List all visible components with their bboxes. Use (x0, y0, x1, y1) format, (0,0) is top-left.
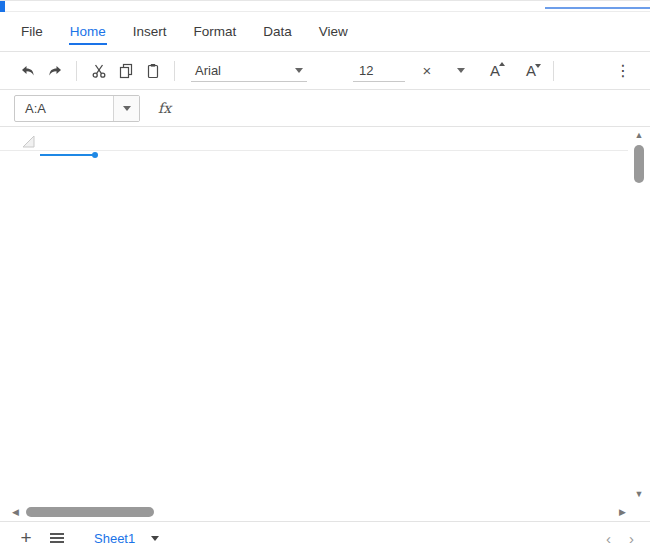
scroll-down-arrow[interactable]: ▼ (635, 490, 644, 499)
toolbar-separator (174, 61, 175, 81)
redo-button[interactable] (41, 58, 68, 84)
corner-accent-mark (0, 1, 5, 12)
select-all-corner[interactable] (20, 133, 35, 148)
horizontal-scrollbar[interactable]: ◀ ▶ (12, 504, 626, 520)
menu-item-data[interactable]: Data (262, 18, 293, 45)
arrow-up-icon (499, 62, 505, 66)
undo-button[interactable] (14, 58, 41, 84)
sheet-tab-label: Sheet1 (94, 531, 135, 546)
sheet-tab-navigation: ‹ › (606, 530, 634, 547)
column-a-selection-line (40, 154, 94, 156)
font-size-dropdown-button[interactable] (449, 59, 473, 83)
cut-button[interactable] (85, 58, 112, 84)
name-box[interactable]: A:A (14, 95, 140, 122)
vertical-scrollbar-thumb[interactable] (634, 145, 644, 183)
horizontal-scrollbar-thumb[interactable] (26, 507, 154, 517)
next-sheet-button[interactable]: › (629, 530, 634, 547)
chevron-down-icon[interactable] (151, 536, 159, 541)
undo-icon (20, 63, 36, 79)
font-size-value: 12 (359, 63, 373, 78)
scroll-left-arrow[interactable]: ◀ (12, 508, 19, 517)
chevron-down-icon (123, 106, 131, 111)
formula-bar: A:A fx (0, 90, 650, 127)
menu-item-insert[interactable]: Insert (132, 18, 168, 45)
decrease-font-size-button[interactable]: A (517, 58, 545, 84)
sheet-bar: + Sheet1 ‹ › (0, 521, 650, 554)
add-sheet-button[interactable]: + (16, 527, 36, 549)
toolbar-separator (76, 61, 77, 81)
copy-button[interactable] (112, 58, 139, 84)
name-box-value[interactable]: A:A (15, 96, 113, 121)
scroll-right-arrow[interactable]: ▶ (619, 508, 626, 517)
redo-icon (47, 63, 63, 79)
chevron-down-icon (457, 68, 465, 73)
menu-item-file[interactable]: File (20, 18, 44, 45)
top-sliver (0, 0, 650, 12)
font-size-clear-button[interactable]: × (415, 59, 439, 83)
name-box-dropdown-button[interactable] (113, 96, 139, 121)
previous-sheet-button[interactable]: ‹ (606, 530, 611, 547)
chevron-down-icon (295, 68, 303, 73)
sheet-tab-sheet1[interactable]: Sheet1 (86, 526, 167, 551)
menu-item-home[interactable]: Home (69, 18, 107, 45)
arrow-down-icon (535, 64, 541, 68)
clipboard-icon (145, 63, 161, 79)
menubar: File Home Insert Format Data View (0, 12, 650, 52)
menu-item-format[interactable]: Format (193, 18, 238, 45)
copy-icon (118, 63, 134, 79)
scissors-icon (91, 63, 107, 79)
toolbar-overflow-button[interactable]: ⋮ (610, 58, 636, 84)
select-all-triangle-icon (20, 133, 35, 148)
increase-font-size-button[interactable]: A (481, 58, 509, 84)
top-progress-line (545, 7, 650, 9)
spreadsheet-grid[interactable]: ▲ ▼ ◀ ▶ (0, 127, 650, 521)
function-fx-label: fx (158, 100, 171, 116)
selection-fill-handle[interactable] (92, 152, 98, 158)
menu-item-view[interactable]: View (318, 18, 349, 45)
column-header-border (0, 150, 628, 151)
sheet-list-menu-icon[interactable] (50, 537, 64, 539)
toolbar: Arial 12 × A A ⋮ (0, 52, 650, 90)
toolbar-separator (553, 61, 554, 81)
vertical-scrollbar[interactable]: ▲ ▼ (631, 131, 647, 499)
font-family-dropdown[interactable]: Arial (191, 60, 307, 82)
font-family-value: Arial (195, 63, 221, 78)
scroll-up-arrow[interactable]: ▲ (635, 131, 644, 140)
font-size-input[interactable]: 12 (353, 60, 405, 82)
paste-button[interactable] (139, 58, 166, 84)
